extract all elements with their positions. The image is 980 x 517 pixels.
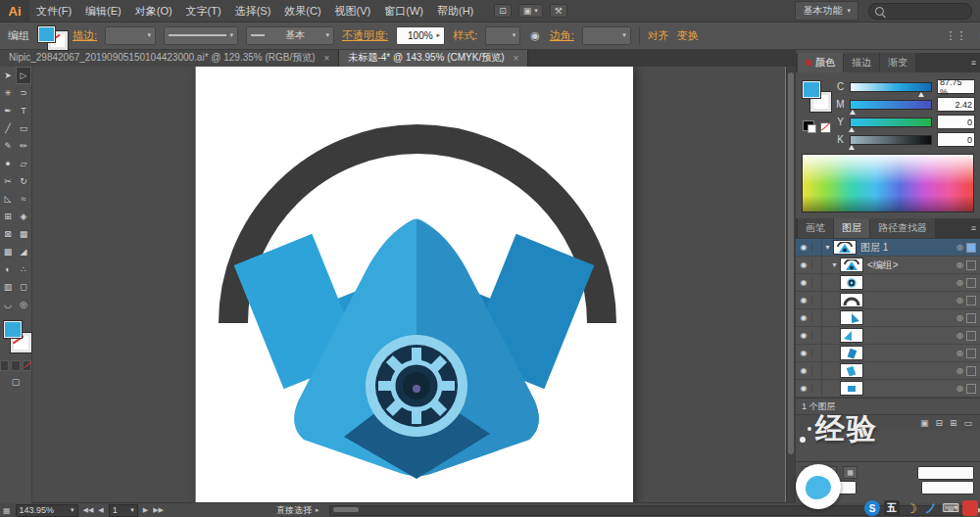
vertical-guide-left[interactable] (195, 67, 196, 503)
layer-name[interactable]: 图层 1 (860, 241, 954, 255)
lock-cell[interactable] (812, 292, 822, 308)
status-readout[interactable]: 直接选择 ▸ (276, 504, 319, 517)
scissors-tool[interactable]: ✂ (0, 172, 16, 190)
visibility-eye-icon[interactable]: ◉ (796, 331, 812, 340)
tray-icon-s[interactable]: S (864, 500, 880, 516)
mesh-tool[interactable]: ▦ (16, 225, 31, 243)
grid-icon[interactable]: ▦ (3, 506, 11, 515)
menu-view[interactable]: 视图(V) (328, 0, 378, 22)
zoom-tool[interactable]: ◎ (16, 296, 31, 313)
visibility-eye-icon[interactable]: ◉ (796, 366, 812, 375)
panel-menu-icon[interactable]: ≡ (971, 58, 976, 68)
default-colors-icon[interactable] (803, 120, 814, 131)
scrollbar-thumb[interactable] (333, 507, 359, 512)
menu-select[interactable]: 选择(S) (228, 0, 278, 22)
selection-chip[interactable] (966, 349, 976, 358)
scale-tool[interactable]: ◺ (0, 190, 16, 208)
none-swatch[interactable] (820, 122, 831, 133)
bridge-icon[interactable]: ⊡ (494, 4, 512, 18)
document-tab-1[interactable]: Nipic_29842067_20190905150104423000.ai* … (0, 49, 339, 67)
brush-definition-dropdown[interactable]: 基本 ▾ (246, 26, 334, 45)
artboard-number-field[interactable]: 1 ▾ (109, 504, 138, 517)
moon-icon[interactable]: ☽ (904, 500, 919, 516)
tray-icon-swoosh[interactable]: ノ (923, 500, 939, 516)
menu-effect[interactable]: 效果(C) (277, 0, 327, 22)
perspective-grid-tool[interactable]: ⊠ (0, 225, 16, 243)
visibility-eye-icon[interactable]: ◉ (796, 260, 812, 269)
document-tab-2[interactable]: 未标题-4* @ 143.95% (CMYK/预览) × (339, 49, 528, 67)
search-input[interactable] (868, 3, 972, 20)
draw-normal-mode-button[interactable] (0, 360, 9, 371)
panel-field-wide[interactable] (917, 466, 974, 480)
selection-chip[interactable] (966, 313, 976, 323)
tab-gradient[interactable]: 渐变 (880, 53, 915, 72)
close-icon[interactable]: × (514, 53, 519, 64)
target-icon[interactable]: ◎ (954, 296, 966, 305)
tab-pathfinder[interactable]: 路径查找器 (870, 218, 935, 238)
lock-cell[interactable] (812, 362, 822, 379)
fill-stroke-swatches[interactable] (37, 24, 65, 46)
keyboard-icon[interactable]: ⌨ (943, 500, 958, 516)
slider-thumb[interactable] (918, 92, 924, 97)
black-slider[interactable] (850, 135, 932, 145)
scrollbar-thumb[interactable] (788, 72, 794, 454)
hand-tool[interactable]: ◡ (0, 296, 16, 313)
lock-cell[interactable] (812, 309, 822, 326)
target-icon[interactable]: ◎ (954, 260, 966, 269)
tray-icon-wubi[interactable]: 五 (884, 500, 900, 516)
target-icon[interactable]: ◎ (954, 313, 966, 322)
gradient-tool[interactable]: ▩ (0, 243, 16, 260)
layer-name[interactable]: <编组> (867, 258, 954, 272)
visibility-eye-icon[interactable]: ◉ (796, 296, 812, 305)
yellow-value-field[interactable]: 0 (937, 115, 975, 129)
layer-row-3[interactable]: ◉ ◎ (796, 274, 980, 292)
toolbar-fill-stroke[interactable] (0, 319, 31, 358)
layer-row-6[interactable]: ◉ ◎ (796, 327, 980, 345)
recolor-artwork-icon[interactable]: ◉ (528, 29, 542, 42)
target-icon[interactable]: ◎ (954, 331, 966, 340)
visibility-eye-icon[interactable]: ◉ (796, 243, 812, 252)
last-artboard-button[interactable]: ▶▶ (153, 506, 164, 514)
tab-stroke[interactable]: 描边 (844, 53, 879, 72)
delete-layer-button[interactable]: ▭ (963, 418, 972, 428)
cyan-value-field[interactable]: 87.75 % (937, 79, 975, 94)
rotate-tool[interactable]: ↻ (16, 172, 31, 190)
align-options-icon[interactable]: ⋮⋮ (944, 29, 969, 42)
tab-layers[interactable]: 图层 (834, 218, 869, 238)
target-icon[interactable]: ◎ (954, 384, 966, 393)
layer-row-8[interactable]: ◉ ◎ (796, 362, 980, 380)
stroke-link[interactable]: 描边: (73, 28, 97, 43)
style-dropdown[interactable]: ▾ (485, 26, 520, 45)
opacity-link[interactable]: 不透明度: (342, 28, 388, 43)
zoom-level-dropdown[interactable]: 143.95% ▾ (16, 504, 78, 517)
lock-cell[interactable] (812, 345, 822, 361)
expand-arrow-icon[interactable]: ▼ (822, 244, 833, 251)
dock-button-3[interactable]: ▦ (843, 466, 858, 479)
filter-cartridge[interactable] (366, 335, 467, 437)
pen-tool[interactable]: ✒ (0, 102, 16, 119)
selection-chip[interactable] (966, 296, 976, 306)
free-transform-tool[interactable]: ⊞ (0, 208, 16, 225)
artboard-tool[interactable]: ◻ (16, 278, 31, 296)
selection-chip[interactable] (966, 366, 976, 376)
new-sublayer-button[interactable]: ⊟ (935, 418, 943, 428)
lock-cell[interactable] (812, 380, 822, 397)
layer-row-4[interactable]: ◉ ◎ (796, 292, 980, 309)
workspace-switcher[interactable]: 基本功能 ▾ (795, 1, 858, 21)
tab-color[interactable]: 颜色 (798, 53, 843, 72)
stroke-weight-dropdown[interactable]: ▾ (105, 26, 156, 45)
black-value-field[interactable]: 0 (937, 132, 975, 147)
layer-row-1[interactable]: ◉ ▼ 图层 1 ◎ (796, 239, 980, 257)
tab-brushes[interactable]: 画笔 (798, 218, 833, 238)
visibility-eye-icon[interactable]: ◉ (796, 349, 812, 357)
layer-row-9[interactable]: ◉ ◎ (796, 380, 980, 398)
target-icon[interactable]: ◎ (954, 243, 966, 252)
tools-icon[interactable]: ⚒ (550, 4, 567, 18)
width-profile-dropdown[interactable]: ▾ (164, 26, 238, 45)
symbol-sprayer-tool[interactable]: ∴ (16, 260, 31, 278)
vertical-guide-right[interactable] (785, 67, 786, 503)
selection-tool[interactable]: ➤ (0, 67, 16, 84)
selection-chip[interactable] (966, 243, 976, 253)
prev-artboard-button[interactable]: ◀ (98, 506, 103, 514)
transform-link[interactable]: 变换 (677, 28, 699, 43)
